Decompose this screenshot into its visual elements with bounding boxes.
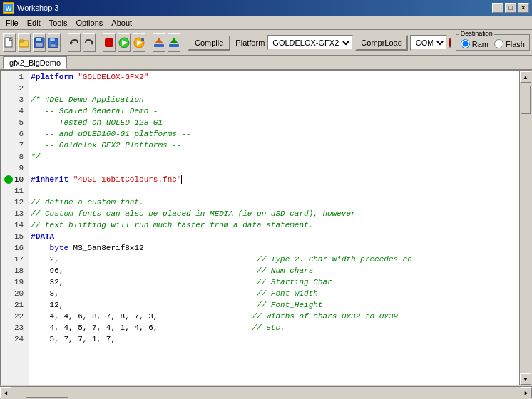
title-bar: W Workshop 3 _ □ ✕: [0, 0, 532, 16]
comprload-button[interactable]: ComprLoad: [355, 35, 407, 51]
line-number-18: 18: [4, 265, 26, 276]
line-number-6: 6: [4, 128, 26, 140]
line-number-5: 5: [4, 117, 26, 128]
toolbar: Compile Platform GOLDELOX-GFX2 GOLDELOX …: [0, 30, 532, 56]
svg-marker-24: [170, 38, 178, 43]
save-button[interactable]: [33, 33, 46, 52]
platform-select[interactable]: GOLDELOX-GFX2 GOLDELOX PICASO DIABLO16: [267, 35, 353, 51]
run-button[interactable]: [118, 33, 131, 52]
code-text: 4, 4, 5, 7, 4, 1, 4, 6,: [31, 322, 252, 333]
svg-text:W: W: [6, 5, 12, 12]
download1-button[interactable]: [153, 33, 165, 52]
com-select[interactable]: COM 1 COM 2 COM 3 COM 4: [410, 35, 447, 51]
code-line-6: -- and uOLED160-G1 platforms --: [31, 128, 518, 140]
close-button[interactable]: ✕: [518, 3, 529, 13]
inline-comment: // Type 2. Char Width precedes ch: [257, 254, 412, 265]
download2-button[interactable]: [168, 33, 180, 52]
line-number-11: 11: [4, 185, 26, 197]
code-area[interactable]: #platform "GOLDELOX-GFX2"/* 4DGL Demo Ap…: [29, 71, 519, 385]
string-literal: "GOLDELOX-GFX2": [78, 71, 148, 83]
code-line-8: */: [31, 151, 518, 162]
flash-radio[interactable]: [494, 39, 503, 48]
open-button[interactable]: [18, 33, 31, 52]
comment-text: // Custom fonts can also be placed in ME…: [31, 208, 355, 219]
menu-edit[interactable]: Edit: [23, 17, 45, 28]
line-number-4: 4: [4, 105, 26, 117]
svg-rect-11: [51, 44, 56, 47]
menu-tools[interactable]: Tools: [45, 17, 72, 28]
redo-button[interactable]: [83, 33, 96, 52]
scroll-track-v[interactable]: [520, 83, 531, 373]
line-number-2: 2: [4, 83, 26, 94]
scroll-left-button[interactable]: ◄: [0, 387, 11, 398]
undo-button[interactable]: [68, 33, 81, 52]
scroll-thumb-h[interactable]: [26, 388, 68, 398]
code-line-2: [31, 83, 518, 94]
string-literal: "4DGL_16bitColours.fnc": [73, 174, 182, 185]
build-button[interactable]: [133, 33, 145, 52]
line-number-10: 10: [4, 174, 26, 185]
code-text: 5, 7, 7, 1, 7,: [31, 333, 116, 345]
svg-rect-8: [36, 43, 43, 47]
line-numbers: 123456789101112131415161718192021222324: [1, 71, 29, 385]
code-line-21: 12, // Font_Height: [31, 299, 518, 311]
minimize-button[interactable]: _: [492, 3, 503, 13]
menu-bar: File Edit Tools Options About: [0, 16, 532, 30]
code-text: 4, 4, 6, 8, 7, 8, 7, 3,: [31, 311, 252, 322]
new-button[interactable]: [3, 33, 16, 52]
comment-text: // define a custom font.: [31, 197, 143, 208]
scroll-down-button[interactable]: ▼: [520, 373, 531, 385]
scroll-right-button[interactable]: ►: [521, 387, 532, 398]
save-all-button[interactable]: [48, 33, 61, 52]
menu-options[interactable]: Options: [71, 17, 107, 28]
connection-indicator: [449, 38, 451, 48]
title-bar-left: W Workshop 3: [3, 2, 59, 14]
line-number-12: 12: [4, 197, 26, 208]
scroll-track-h[interactable]: [11, 388, 521, 398]
scroll-up-button[interactable]: ▲: [520, 71, 531, 83]
tab-gfx2bigdemo[interactable]: gfx2_BigDemo: [3, 56, 67, 69]
vertical-scrollbar[interactable]: ▲ ▼: [519, 71, 531, 385]
svg-rect-15: [105, 38, 113, 47]
stop-button[interactable]: [103, 33, 116, 52]
code-line-18: 96, // Num chars: [31, 265, 518, 276]
ram-label: Ram: [472, 40, 488, 48]
menu-about[interactable]: About: [107, 17, 136, 28]
horizontal-scrollbar-container: ◄ ►: [0, 386, 532, 398]
flash-label: Flash: [506, 40, 525, 48]
inline-comment: // Font_Width: [257, 288, 318, 299]
scroll-thumb-v[interactable]: [521, 86, 531, 114]
menu-file[interactable]: File: [1, 17, 23, 28]
line-number-8: 8: [4, 151, 26, 162]
inline-comment: // Starting Char: [257, 276, 332, 288]
line-number-9: 9: [4, 162, 26, 174]
comment-text: -- Goldelox GFX2 Platforms --: [31, 140, 181, 151]
code-line-15: #DATA: [31, 231, 518, 242]
code-line-5: -- Tested on uOLED-128-G1 -: [31, 117, 518, 128]
ram-option[interactable]: Ram: [461, 39, 488, 48]
app-title: Workshop 3: [17, 4, 59, 12]
comment-text: -- Tested on uOLED-128-G1 -: [31, 117, 172, 128]
breakpoint-icon[interactable]: [4, 175, 13, 184]
comment-text: /* 4DGL Demo Application: [31, 94, 143, 105]
maximize-button[interactable]: □: [505, 3, 516, 13]
code-line-22: 4, 4, 6, 8, 7, 8, 7, 3, // Widths of cha…: [31, 311, 518, 322]
compile-button[interactable]: Compile: [188, 35, 230, 51]
code-text: 8,: [31, 288, 257, 299]
line-number-22: 22: [4, 311, 26, 322]
window-controls[interactable]: _ □ ✕: [492, 3, 529, 13]
ram-radio[interactable]: [461, 39, 470, 48]
line-number-20: 20: [4, 288, 26, 299]
line-number-7: 7: [4, 140, 26, 151]
code-text: 2,: [31, 254, 257, 265]
line-number-23: 23: [4, 322, 26, 333]
app-icon: W: [3, 2, 14, 14]
directive-keyword: #inherit: [31, 174, 68, 185]
code-line-4: -- Scaled General Demo -: [31, 105, 518, 117]
horizontal-scrollbar[interactable]: ◄ ►: [0, 387, 532, 399]
inline-comment: // Num chars: [257, 265, 313, 276]
flash-option[interactable]: Flash: [494, 39, 525, 48]
directive-keyword: #DATA: [31, 231, 54, 242]
line-number-16: 16: [4, 242, 26, 254]
destination-group: Destination Ram Flash: [456, 34, 530, 51]
